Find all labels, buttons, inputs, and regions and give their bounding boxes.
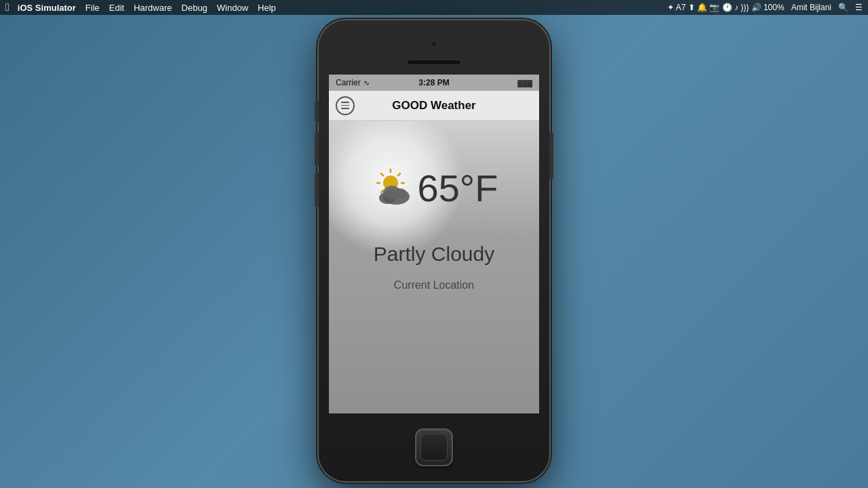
- status-time: 3:28 PM: [418, 78, 449, 87]
- carrier-name: Carrier: [336, 78, 361, 87]
- iphone-top: [319, 20, 549, 75]
- menubar-file[interactable]: File: [85, 3, 100, 13]
- menubar-search-icon[interactable]: 🔍: [838, 3, 848, 12]
- temperature-display: 65°F: [418, 169, 498, 207]
- front-camera: [431, 41, 437, 47]
- iphone-screen: Carrier ∿ 3:28 PM ▓▓▓ GOOD Weather: [329, 75, 539, 413]
- partly-cloudy-icon: [370, 168, 418, 209]
- menubar-help[interactable]: Help: [258, 3, 276, 13]
- menubar-icons: ✦ A7 ⬆ 🔔 📷 🕐 ♪ ))) 🔊 100%: [667, 3, 785, 12]
- svg-line-5: [381, 174, 383, 176]
- hamburger-icon: [341, 102, 349, 109]
- weather-main: 65°F: [370, 168, 498, 209]
- svg-point-12: [393, 188, 407, 199]
- iphone-frame: Carrier ∿ 3:28 PM ▓▓▓ GOOD Weather: [319, 20, 549, 481]
- menubar-hardware[interactable]: Hardware: [134, 3, 172, 13]
- weather-location: Current Location: [394, 279, 474, 291]
- power-button[interactable]: [549, 132, 553, 180]
- svg-line-6: [398, 174, 400, 176]
- weather-condition: Partly Cloudy: [374, 243, 494, 266]
- home-button-inner: [420, 434, 448, 461]
- menubar-debug[interactable]: Debug: [182, 3, 208, 13]
- navigation-bar: GOOD Weather: [329, 91, 539, 121]
- menubar-right: ✦ A7 ⬆ 🔔 📷 🕐 ♪ ))) 🔊 100% Amit Bijlani 🔍…: [667, 3, 863, 12]
- menubar:  iOS Simulator File Edit Hardware Debug…: [0, 0, 868, 15]
- apple-menu-icon[interactable]: : [5, 1, 9, 14]
- wifi-icon: ∿: [363, 79, 370, 87]
- menubar-window[interactable]: Window: [217, 3, 248, 13]
- status-bar: Carrier ∿ 3:28 PM ▓▓▓: [329, 75, 539, 91]
- menubar-list-icon[interactable]: ☰: [855, 3, 863, 12]
- weather-content: 65°F Partly Cloudy Current Location: [329, 121, 539, 413]
- home-button[interactable]: [415, 428, 453, 466]
- menubar-edit[interactable]: Edit: [109, 3, 124, 13]
- svg-line-7: [381, 190, 383, 192]
- battery-indicator: ▓▓▓: [517, 79, 532, 87]
- carrier-info: Carrier ∿: [336, 78, 370, 87]
- mute-button[interactable]: [315, 102, 319, 122]
- volume-up-button[interactable]: [315, 132, 319, 166]
- menubar-app-name[interactable]: iOS Simulator: [18, 3, 76, 13]
- menubar-user: Amit Bijlani: [791, 3, 831, 12]
- volume-down-button[interactable]: [315, 173, 319, 207]
- battery-level: ▓▓▓: [517, 79, 532, 87]
- iphone-bottom: [319, 413, 549, 481]
- app-title: GOOD Weather: [392, 99, 475, 113]
- menu-button[interactable]: [336, 96, 355, 115]
- earpiece-speaker: [407, 60, 461, 65]
